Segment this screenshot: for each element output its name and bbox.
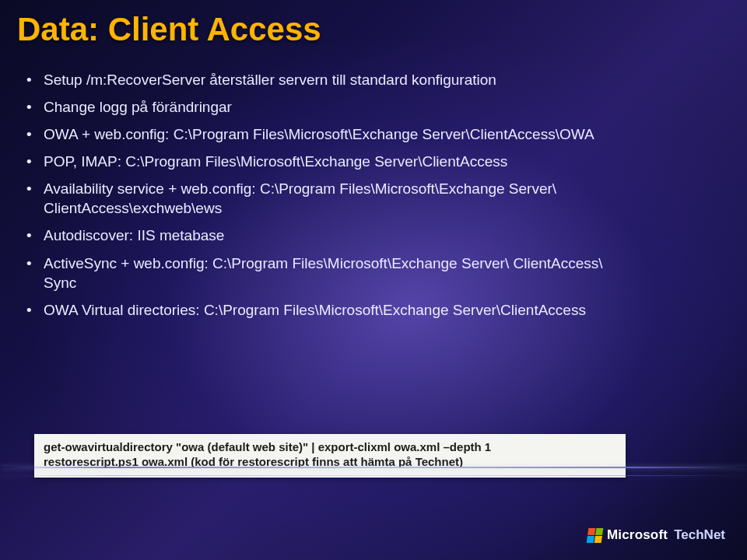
microsoft-flag-icon <box>587 528 604 543</box>
bullet-text-cont: Sync <box>44 273 716 292</box>
technet-wordmark: TechNet <box>674 527 725 543</box>
bullet-text: Availability service + web.config: C:\Pr… <box>44 180 556 197</box>
bullet-text-cont: ClientAccess\exchweb\ews <box>44 198 716 218</box>
microsoft-wordmark: Microsoft <box>607 527 668 543</box>
footer-logo: Microsoft TechNet <box>587 527 725 543</box>
bullet-item: POP, IMAP: C:\Program Files\Microsoft\Ex… <box>26 152 716 171</box>
bullet-item: OWA + web.config: C:\Program Files\Micro… <box>26 124 716 144</box>
bullet-item: Change logg på förändringar <box>26 97 716 117</box>
code-box: get-owavirtualdirectory "owa (default we… <box>34 434 626 478</box>
bullet-item: ActiveSync + web.config: C:\Program File… <box>26 254 716 292</box>
code-line: get-owavirtualdirectory "owa (default we… <box>44 440 616 455</box>
divider-line <box>0 475 747 476</box>
slide: Data: Client Access Setup /m:RecoverServ… <box>0 0 747 560</box>
bullet-item: OWA Virtual directories: C:\Program File… <box>26 300 716 320</box>
divider-line <box>0 467 747 468</box>
bullet-item: Availability service + web.config: C:\Pr… <box>26 179 716 218</box>
bullet-text: ActiveSync + web.config: C:\Program File… <box>44 255 603 271</box>
bullet-item: Autodiscover: IIS metabase <box>26 226 716 245</box>
slide-title: Data: Client Access <box>17 11 321 48</box>
bullet-list: Setup /m:RecoverServer återställer serve… <box>26 70 716 327</box>
bullet-item: Setup /m:RecoverServer återställer serve… <box>26 70 716 89</box>
